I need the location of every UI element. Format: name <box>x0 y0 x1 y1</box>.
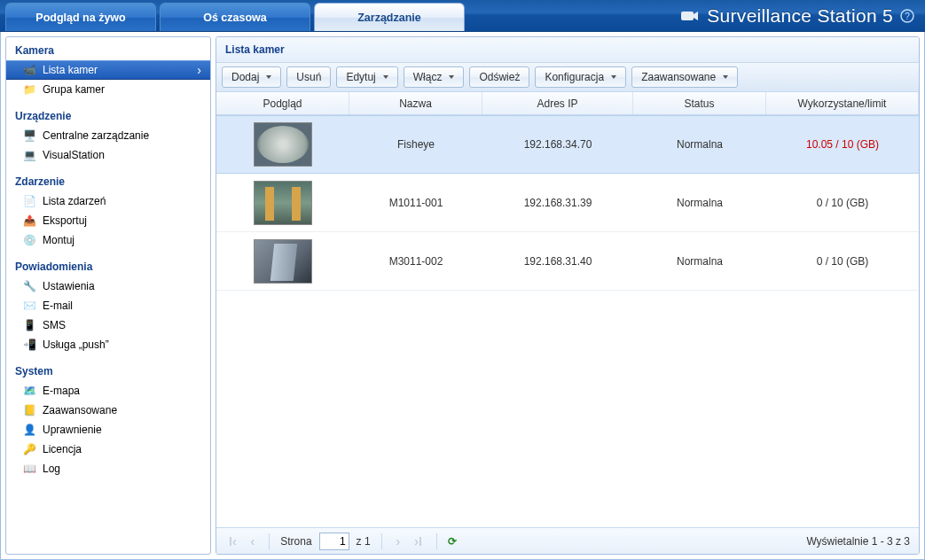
col-usage[interactable]: Wykorzystane/limit <box>766 92 919 114</box>
sidebar-group-title: Urządzenie <box>6 103 210 126</box>
sidebar-item[interactable]: 🗺️E-mapa <box>6 381 210 401</box>
camera-rows: Fisheye192.168.34.70Normalna10.05 / 10 (… <box>216 115 919 527</box>
list-icon: 📄 <box>22 194 36 208</box>
sidebar-item[interactable]: ✉️E-mail <box>6 296 210 315</box>
sidebar-item-label: E-mapa <box>43 385 80 397</box>
sidebar-item-label: Centralne zarządzanie <box>43 129 149 142</box>
monitor-icon: 💻 <box>22 148 36 162</box>
export-icon: 📤 <box>22 214 36 228</box>
mail-icon: ✉️ <box>22 299 36 313</box>
panel-title: Lista kamer <box>216 37 919 63</box>
push-icon: 📲 <box>22 338 36 352</box>
folder-camera-icon: 📁 <box>22 82 36 97</box>
table-row[interactable]: Fisheye192.168.34.70Normalna10.05 / 10 (… <box>216 115 919 174</box>
separator <box>381 533 382 549</box>
tab-label: Oś czasowa <box>203 12 267 24</box>
sidebar-item-label: Licencja <box>43 443 82 455</box>
sidebar-item[interactable]: 🔧Ustawienia <box>6 276 210 296</box>
refresh-button[interactable]: Odśwież <box>469 66 529 88</box>
svg-rect-0 <box>681 12 694 20</box>
tab-management[interactable]: Zarządzanie <box>314 3 465 31</box>
sidebar-item-label: Ustawienia <box>43 280 95 292</box>
table-row[interactable]: M1011-001192.168.31.39Normalna0 / 10 (GB… <box>216 174 919 232</box>
pager-last[interactable]: ›I <box>411 533 426 549</box>
app-title-wrap: Surveillance Station 5 ? <box>680 5 925 27</box>
sidebar-item[interactable]: 📤Eksportuj <box>6 211 210 230</box>
col-status[interactable]: Status <box>633 92 766 114</box>
cell-usage: 10.05 / 10 (GB) <box>766 138 919 151</box>
button-label: Włącz <box>413 71 443 83</box>
edit-button[interactable]: Edytuj <box>336 66 397 88</box>
content-panel: Lista kamer Dodaj Usuń Edytuj Włącz Odśw… <box>216 36 920 555</box>
col-name[interactable]: Nazwa <box>349 92 482 114</box>
svg-marker-1 <box>694 12 698 20</box>
sidebar-group-title: System <box>6 358 210 381</box>
pager-refresh-icon[interactable]: ⟳ <box>448 535 457 548</box>
mount-icon: 💿 <box>22 233 36 247</box>
tab-label: Zarządzanie <box>357 12 421 24</box>
button-label: Konfiguracja <box>545 71 604 83</box>
pager-info: Wyświetalnie 1 - 3 z 3 <box>806 535 910 548</box>
config-button[interactable]: Konfiguracja <box>535 66 626 88</box>
sidebar-group-title: Zdarzenie <box>6 168 210 191</box>
add-button[interactable]: Dodaj <box>222 66 281 88</box>
servers-icon: 🖥️ <box>22 128 36 143</box>
tab-label: Podgląd na żywo <box>35 12 125 24</box>
table-row[interactable]: M3011-002192.168.31.40Normalna0 / 10 (GB… <box>216 232 919 291</box>
button-label: Odśwież <box>479 71 520 83</box>
main-area: Kamera📹Lista kamer📁Grupa kamerUrządzenie… <box>0 32 925 560</box>
enable-button[interactable]: Włącz <box>404 66 465 88</box>
pager-prev[interactable]: ‹ <box>247 533 259 549</box>
sidebar-item[interactable]: 🖥️Centralne zarządzanie <box>6 126 210 145</box>
sidebar-item[interactable]: 👤Uprawnienie <box>6 420 210 439</box>
pager-of-label: z 1 <box>357 535 371 548</box>
sidebar-item[interactable]: 💿Montuj <box>6 230 210 250</box>
button-label: Usuń <box>296 71 321 83</box>
sidebar-item[interactable]: 📁Grupa kamer <box>6 80 210 99</box>
sidebar-item-label: Lista kamer <box>43 64 98 76</box>
camera-thumbnail <box>254 122 312 167</box>
col-ip[interactable]: Adres IP <box>482 92 633 114</box>
pager-page-input[interactable] <box>319 533 349 550</box>
pager-next[interactable]: › <box>393 533 404 549</box>
settings-icon: 🔧 <box>22 279 36 293</box>
sidebar-item[interactable]: 📖Log <box>6 459 210 478</box>
sidebar-group-title: Powiadomienia <box>6 253 210 276</box>
cell-name: M3011-002 <box>349 255 482 268</box>
sidebar-item[interactable]: 📄Lista zdarzeń <box>6 191 210 211</box>
sidebar-item-label: SMS <box>43 319 66 331</box>
camera-icon: 📹 <box>22 63 36 77</box>
col-preview[interactable]: Podgląd <box>216 92 349 114</box>
cell-status: Normalna <box>633 138 766 151</box>
advanced-button[interactable]: Zaawansowane <box>631 66 738 88</box>
sidebar-item-label: Lista zdarzeń <box>43 195 106 207</box>
log-icon: 📖 <box>22 462 36 476</box>
cell-usage: 0 / 10 (GB) <box>766 255 919 268</box>
sidebar-item[interactable]: 📲Usługa „push” <box>6 335 210 354</box>
sidebar-item-label: Eksportuj <box>43 214 87 227</box>
sidebar-item-label: Zaawansowane <box>43 404 117 416</box>
app-icon <box>680 6 700 26</box>
sidebar-item[interactable]: 🔑Licencja <box>6 439 210 459</box>
sidebar-item-label: E-mail <box>43 299 73 312</box>
pager-first[interactable]: I‹ <box>225 533 240 549</box>
camera-thumbnail <box>254 181 312 225</box>
delete-button[interactable]: Usuń <box>286 66 331 88</box>
separator <box>269 533 270 549</box>
book-icon: 📒 <box>22 403 36 417</box>
sidebar-item[interactable]: 📱SMS <box>6 315 210 335</box>
sidebar-item[interactable]: 💻VisualStation <box>6 145 210 165</box>
camera-thumbnail <box>254 239 312 284</box>
help-icon[interactable]: ? <box>900 9 914 23</box>
pager-page-label: Strona <box>280 535 311 548</box>
sidebar-item[interactable]: 📒Zaawansowane <box>6 401 210 420</box>
cell-status: Normalna <box>633 197 766 209</box>
app-title: Surveillance Station 5 <box>707 5 893 27</box>
sidebar-item-label: Usługa „push” <box>43 338 109 351</box>
tab-timeline[interactable]: Oś czasowa <box>160 3 310 31</box>
sidebar-item-label: Grupa kamer <box>43 83 105 96</box>
tab-live-view[interactable]: Podgląd na żywo <box>5 3 156 31</box>
cell-usage: 0 / 10 (GB) <box>766 197 919 209</box>
key-icon: 🔑 <box>22 442 36 456</box>
sidebar-item[interactable]: 📹Lista kamer <box>6 60 210 80</box>
